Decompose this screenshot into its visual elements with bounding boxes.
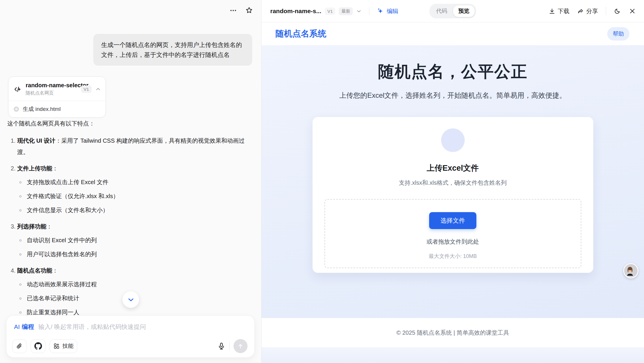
- status-dot-icon: [14, 107, 19, 112]
- arrow-up-icon: [237, 343, 244, 350]
- microphone-icon[interactable]: [217, 342, 226, 350]
- code-icon: [14, 85, 22, 93]
- more-options-icon[interactable]: [229, 7, 237, 14]
- chat-panel: 生成一个随机点名的网页，支持用户上传包含姓名的文件，上传后，基于文件中的名字进行…: [0, 0, 262, 363]
- preview-site-header: 随机点名系统 帮助: [262, 22, 644, 45]
- artifact-card[interactable]: random-name-selector 随机点名网页 V1 生成 index.…: [8, 76, 106, 118]
- assistant-avatar[interactable]: [623, 263, 638, 278]
- artifact-version-badge: V1: [81, 85, 92, 93]
- help-button[interactable]: 帮助: [607, 27, 629, 41]
- favorite-star-icon[interactable]: [245, 6, 253, 14]
- hero-title: 随机点名，公平公正: [378, 61, 528, 83]
- artifact-title: random-name-selector: [26, 82, 77, 89]
- download-button[interactable]: 下载: [549, 7, 569, 15]
- feature-title: 列选择功能: [17, 223, 46, 230]
- ai-coding-badge: AI编程: [14, 323, 34, 331]
- artifact-card-header: random-name-selector 随机点名网页 V1: [8, 77, 106, 101]
- response-intro: 这个随机点名网页具有以下特点：: [7, 118, 250, 129]
- feature-sublist: 支持拖放或点击上传 Excel 文件 文件格式验证（仅允许.xlsx 和.xls…: [17, 177, 250, 216]
- artifact-toolbar: random-name-s... V1 最新 编辑 代码 预览: [262, 0, 644, 22]
- composer-input[interactable]: AI编程 输入/ 唤起常用语，或粘贴代码快速提问: [14, 323, 247, 331]
- chevron-down-icon[interactable]: [356, 8, 362, 14]
- chevron-up-icon[interactable]: [95, 86, 101, 92]
- site-title: 随机点名系统: [276, 28, 326, 40]
- skills-label: 技能: [62, 342, 73, 350]
- github-button[interactable]: [31, 339, 46, 353]
- skills-icon: [53, 343, 60, 349]
- feature-item: 列选择功能： 自动识别 Excel 文件中的列 用户可以选择包含姓名的列: [17, 221, 250, 260]
- feature-desc: ：: [46, 223, 52, 230]
- share-icon: [577, 8, 584, 15]
- feature-item: 现代化 UI 设计：采用了 Tailwind CSS 构建的响应式界面，具有精美…: [17, 135, 250, 158]
- feature-subitem: 用户可以选择包含姓名的列: [25, 249, 250, 260]
- upload-title: 上传Excel文件: [427, 163, 479, 173]
- feature-subitem: 自动识别 Excel 文件中的列: [25, 235, 250, 246]
- preview-hero-section: 随机点名，公平公正 上传您的Excel文件，选择姓名列，开始随机点名。简单易用，…: [262, 45, 644, 318]
- artifact-meta: random-name-selector 随机点名网页: [26, 82, 77, 96]
- user-message-text: 生成一个随机点名的网页，支持用户上传包含姓名的文件，上传后，基于文件中的名字进行…: [101, 41, 242, 58]
- user-message-bubble: 生成一个随机点名的网页，支持用户上传包含姓名的文件，上传后，基于文件中的名字进行…: [93, 34, 252, 66]
- version-badge: V1: [325, 8, 335, 15]
- feature-sublist: 自动识别 Excel 文件中的列 用户可以选择包含姓名的列: [17, 235, 250, 260]
- feature-desc: ：: [52, 165, 58, 172]
- upload-description: 支持.xlsx和.xls格式，确保文件包含姓名列: [399, 179, 507, 187]
- feature-desc: ：: [52, 267, 58, 274]
- feature-subitem: 文件信息显示（文件名和大小）: [25, 205, 250, 216]
- divider: [606, 7, 606, 15]
- artifact-panel: random-name-s... V1 最新 编辑 代码 预览: [262, 0, 644, 363]
- divider: [369, 7, 369, 15]
- feature-subitem: 动态动画效果展示选择过程: [25, 279, 250, 290]
- github-icon: [34, 342, 42, 350]
- artifact-panel-title: random-name-s...: [270, 8, 321, 15]
- tab-code[interactable]: 代码: [431, 5, 453, 17]
- chat-panel-actions: [229, 6, 253, 14]
- history-icon[interactable]: [614, 8, 621, 15]
- chevron-down-icon: [127, 296, 135, 303]
- feature-title: 随机点名功能: [17, 267, 52, 274]
- feature-subitem: 文件格式验证（仅允许.xlsx 和.xls）: [25, 191, 250, 202]
- divider: [229, 342, 230, 350]
- tab-preview[interactable]: 预览: [453, 5, 475, 17]
- drag-hint-text: 或者拖放文件到此处: [427, 238, 479, 246]
- attach-file-button[interactable]: [12, 339, 27, 353]
- file-dropzone[interactable]: 选择文件 或者拖放文件到此处 最大文件大小: 10MB: [324, 199, 581, 268]
- download-icon: [549, 8, 555, 15]
- artifact-toolbar-left: random-name-s... V1 最新 编辑: [270, 7, 398, 15]
- message-composer[interactable]: AI编程 输入/ 唤起常用语，或粘贴代码快速提问: [6, 315, 255, 358]
- sparkle-icon: [377, 8, 384, 15]
- feature-subitem: 支持拖放或点击上传 Excel 文件: [25, 177, 250, 188]
- share-button[interactable]: 分享: [577, 7, 598, 15]
- feature-item: 文件上传功能： 支持拖放或点击上传 Excel 文件 文件格式验证（仅允许.xl…: [17, 163, 250, 216]
- share-label: 分享: [586, 7, 598, 15]
- edit-label: 编辑: [387, 7, 398, 15]
- close-icon[interactable]: [629, 8, 636, 15]
- feature-title: 现代化 UI 设计: [17, 137, 55, 144]
- footer-text: © 2025 随机点名系统 | 简单高效的课堂工具: [396, 329, 509, 337]
- max-file-size-text: 最大文件大小: 10MB: [429, 253, 477, 260]
- artifact-status-text: 生成 index.html: [23, 105, 61, 113]
- latest-badge: 最新: [339, 7, 353, 15]
- composer-toolbar: 技能: [12, 339, 248, 353]
- artifact-status-row: 生成 index.html: [8, 101, 106, 117]
- brand-prefix: AI: [14, 323, 20, 330]
- hero-subtitle: 上传您的Excel文件，选择姓名列，开始随机点名。简单易用，高效便捷。: [339, 91, 566, 100]
- preview-next-section: [262, 347, 644, 363]
- app-window: 生成一个随机点名的网页，支持用户上传包含姓名的文件，上传后，基于文件中的名字进行…: [0, 0, 644, 363]
- choose-file-button[interactable]: 选择文件: [429, 212, 476, 229]
- artifact-subtitle: 随机点名网页: [26, 90, 77, 96]
- preview-frame: 随机点名系统 帮助 随机点名，公平公正 上传您的Excel文件，选择姓名列，开始…: [262, 22, 644, 363]
- edit-button[interactable]: 编辑: [377, 7, 398, 15]
- scroll-to-bottom-button[interactable]: [122, 291, 139, 308]
- paperclip-icon: [16, 343, 23, 350]
- skills-button[interactable]: 技能: [50, 339, 77, 353]
- download-label: 下载: [558, 7, 569, 15]
- send-button[interactable]: [234, 339, 248, 353]
- upload-card: 上传Excel文件 支持.xlsx和.xls格式，确保文件包含姓名列 选择文件 …: [313, 117, 593, 273]
- preview-footer: © 2025 随机点名系统 | 简单高效的课堂工具: [262, 318, 644, 347]
- brand-bold: 编程: [22, 323, 34, 330]
- upload-icon-circle: [441, 128, 465, 152]
- artifact-toolbar-right: 下载 分享: [549, 7, 636, 15]
- composer-placeholder: 输入/ 唤起常用语，或粘贴代码快速提问: [38, 323, 146, 331]
- feature-title: 文件上传功能: [17, 165, 52, 172]
- code-preview-toggle: 代码 预览: [429, 4, 476, 18]
